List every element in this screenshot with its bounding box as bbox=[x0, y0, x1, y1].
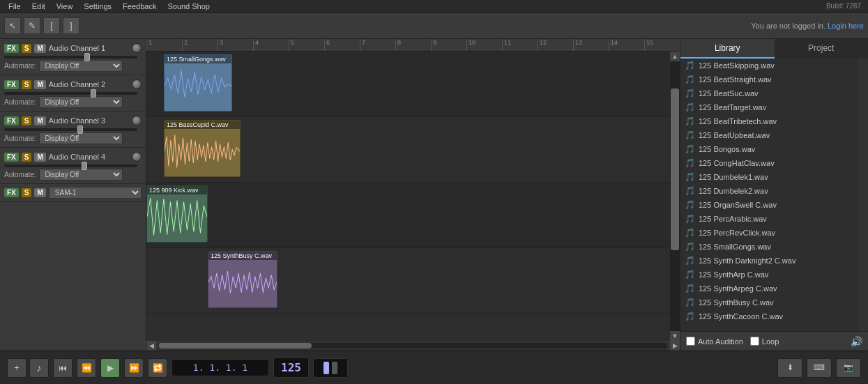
channel-4-pan[interactable] bbox=[132, 152, 142, 162]
channel-3-mute[interactable]: M bbox=[34, 116, 45, 125]
sam-mute[interactable]: M bbox=[34, 188, 45, 197]
auto-audition-checkbox[interactable] bbox=[686, 337, 695, 346]
audio-clip-4[interactable]: 125 SynthBusy C.wav bbox=[208, 251, 277, 308]
track-lane-3[interactable]: 125 909 Kick.wav bbox=[146, 183, 670, 248]
add-audio-button[interactable]: ♪ bbox=[29, 358, 49, 378]
library-item[interactable]: 🎵125 Synth Darknight2 C.wav bbox=[680, 254, 858, 268]
menu-settings[interactable]: Settings bbox=[78, 2, 117, 10]
channel-4-solo[interactable]: S bbox=[22, 153, 32, 162]
library-item[interactable]: 🎵125 SynthArpeg C.wav bbox=[680, 282, 858, 295]
library-item[interactable]: 🎵125 BeatTarget.wav bbox=[680, 100, 858, 114]
play[interactable]: ▶ bbox=[100, 358, 120, 378]
library-item[interactable]: 🎵125 SmallGongs.wav bbox=[680, 240, 858, 254]
keyboard-button[interactable]: ⌨ bbox=[807, 358, 832, 378]
library-item[interactable]: 🎵125 PercArabic.wav bbox=[680, 212, 858, 226]
channel-2-automate-select[interactable]: Display Off bbox=[39, 96, 123, 108]
library-item[interactable]: 🎵125 Bongos.wav bbox=[680, 142, 858, 156]
audio-clip-3[interactable]: 125 909 Kick.wav bbox=[146, 185, 208, 243]
library-item[interactable]: 🎵125 CongHatClav.wav bbox=[680, 156, 858, 170]
library-item[interactable]: 🎵125 BeatTribetech.wav bbox=[680, 114, 858, 128]
menu-file[interactable]: File bbox=[3, 2, 26, 10]
track-lane-1[interactable]: 125 SmallGongs.wav bbox=[146, 52, 670, 117]
track-lane-4[interactable]: 125 SynthBusy C.wav bbox=[146, 248, 670, 314]
library-item[interactable]: 🎵125 BeatStraight.wav bbox=[680, 72, 858, 86]
cursor-tool[interactable]: ↖ bbox=[4, 17, 21, 34]
audio-clip-1[interactable]: 125 SmallGongs.wav bbox=[164, 54, 232, 112]
library-item[interactable]: 🎵125 BeatUpbeat.wav bbox=[680, 128, 858, 142]
download-button[interactable]: ⬇ bbox=[777, 358, 802, 378]
hscroll-track[interactable] bbox=[159, 343, 667, 348]
track-scroll-up[interactable]: ▲ bbox=[670, 52, 680, 61]
add-track-button[interactable]: + bbox=[7, 358, 26, 378]
loop-check[interactable]: Loop bbox=[750, 337, 779, 346]
fast-forward[interactable]: ⏩ bbox=[124, 358, 144, 378]
library-item[interactable]: 🎵125 SynthBusy C.wav bbox=[680, 295, 858, 309]
channel-2-mute[interactable]: M bbox=[34, 80, 45, 89]
login-link[interactable]: Login here bbox=[828, 22, 864, 30]
library-item[interactable]: 🎵125 PercRevClick.wav bbox=[680, 226, 858, 240]
ruler-mark-11: 11 bbox=[502, 39, 538, 51]
channel-4-mute[interactable]: M bbox=[34, 153, 45, 162]
audio-file-icon: 🎵 bbox=[685, 186, 695, 196]
sam-name-select[interactable]: SAM-1 bbox=[49, 187, 142, 199]
library-item-name: 125 Dumbelek1.wav bbox=[699, 173, 768, 181]
tab-project[interactable]: Project bbox=[775, 39, 869, 59]
track-lane-2[interactable]: 125 BassCupid C.wav bbox=[146, 117, 670, 183]
library-item[interactable]: 🎵125 SynthArp C.wav bbox=[680, 268, 858, 282]
sam-fx[interactable]: FX bbox=[4, 188, 19, 197]
ruler-mark-9: 9 bbox=[431, 39, 466, 51]
library-item-name: 125 BeatStraight.wav bbox=[699, 75, 772, 84]
channel-1-automate-select[interactable]: Display Off bbox=[39, 60, 123, 72]
bpm-display[interactable]: 125 bbox=[273, 358, 309, 378]
library-item[interactable]: 🎵125 SynthCacoon C.wav bbox=[680, 309, 858, 323]
hscroll-right[interactable]: ▶ bbox=[670, 341, 680, 351]
channel-3-automate-select[interactable]: Display Off bbox=[39, 132, 123, 144]
loop-transport[interactable]: 🔁 bbox=[148, 358, 167, 378]
library-item[interactable]: 🎵125 BeatSuc.wav bbox=[680, 86, 858, 100]
channel-2-solo[interactable]: S bbox=[22, 80, 32, 89]
channel-3-pan[interactable] bbox=[132, 116, 142, 125]
channel-1-fx[interactable]: FX bbox=[4, 44, 19, 53]
menu-view[interactable]: View bbox=[51, 2, 79, 10]
channel-1-mute[interactable]: M bbox=[34, 44, 45, 53]
rewind-to-start[interactable]: ⏮ bbox=[53, 358, 73, 378]
channel-1-fader[interactable] bbox=[4, 56, 137, 59]
library-vscroll[interactable] bbox=[858, 59, 868, 331]
library-item[interactable]: 🎵125 BeatSkipping.wav bbox=[680, 59, 858, 72]
menu-soundshop[interactable]: Sound Shop bbox=[162, 2, 215, 10]
library-item[interactable]: 🎵125 Dumbelek1.wav bbox=[680, 170, 858, 184]
transport-right: ⬇ ⌨ 📷 bbox=[777, 358, 861, 378]
audio-clip-2[interactable]: 125 BassCupid C.wav bbox=[164, 120, 241, 177]
channel-3-fx[interactable]: FX bbox=[4, 116, 19, 125]
channel-4-automate-select[interactable]: Display Off bbox=[39, 169, 123, 181]
bracket-left-tool[interactable]: [ bbox=[43, 17, 60, 34]
bracket-right-tool[interactable]: ] bbox=[63, 17, 79, 34]
menu-feedback[interactable]: Feedback bbox=[117, 2, 162, 10]
auto-audition-check[interactable]: Auto Audition bbox=[686, 337, 743, 346]
sam-solo[interactable]: S bbox=[22, 188, 32, 197]
channel-3-solo[interactable]: S bbox=[22, 116, 32, 125]
video-button[interactable]: 📷 bbox=[836, 358, 861, 378]
audio-file-icon: 🎵 bbox=[685, 158, 695, 168]
loop-checkbox[interactable] bbox=[750, 337, 759, 346]
pencil-tool[interactable]: ✎ bbox=[24, 17, 40, 34]
channel-2-pan[interactable] bbox=[132, 79, 142, 89]
channel-1-solo[interactable]: S bbox=[22, 44, 32, 53]
rewind[interactable]: ⏪ bbox=[77, 358, 96, 378]
channel-4-fx[interactable]: FX bbox=[4, 153, 19, 162]
channel-3-fader[interactable] bbox=[4, 128, 137, 131]
library-item[interactable]: 🎵125 Dumbelek2.wav bbox=[680, 184, 858, 198]
channel-2-fx[interactable]: FX bbox=[4, 80, 19, 89]
channel-4-fader[interactable] bbox=[4, 164, 137, 167]
library-item-name: 125 OrganSwell C.wav bbox=[699, 201, 777, 209]
tab-library[interactable]: Library bbox=[680, 39, 775, 59]
hscroll-thumb[interactable] bbox=[159, 343, 312, 348]
track-scroll-down[interactable]: ▼ bbox=[670, 331, 680, 341]
track-scroll-thumb[interactable] bbox=[671, 89, 679, 250]
menu-edit[interactable]: Edit bbox=[26, 2, 51, 10]
channel-2-fader[interactable] bbox=[4, 92, 137, 95]
library-item[interactable]: 🎵125 OrganSwell C.wav bbox=[680, 198, 858, 212]
channel-1-pan[interactable] bbox=[132, 43, 142, 53]
speaker-icon[interactable]: 🔊 bbox=[851, 336, 862, 347]
hscroll-left[interactable]: ◀ bbox=[146, 341, 156, 351]
